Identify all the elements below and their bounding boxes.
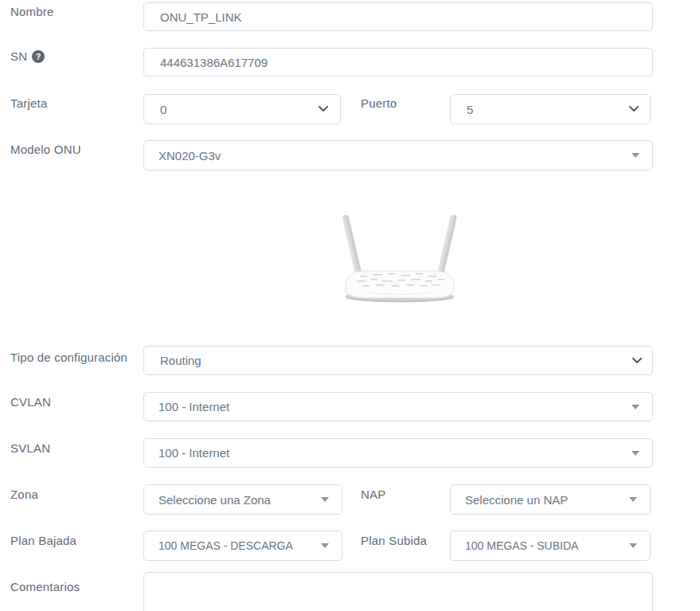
dropdown-arrow-icon: [632, 153, 639, 158]
dropdown-arrow-icon: [632, 405, 639, 409]
sn-input[interactable]: [143, 48, 653, 76]
zona-dropdown[interactable]: Seleccione una Zona: [143, 484, 342, 515]
nap-selected-value: Seleccione un NAP: [465, 493, 568, 507]
nombre-input[interactable]: [143, 2, 653, 31]
nombre-label: Nombre: [10, 5, 54, 18]
tipo-configuracion-select[interactable]: Routing: [143, 346, 653, 375]
plan-bajada-dropdown[interactable]: 100 MEGAS - DESCARGA: [143, 531, 342, 561]
puerto-select[interactable]: 5: [450, 94, 651, 124]
plan-subida-selected-value: 100 MEGAS - SUBIDA: [465, 539, 578, 552]
modelo-onu-selected-value: XN020-G3v: [158, 149, 221, 163]
dropdown-arrow-icon: [321, 497, 329, 502]
svlan-dropdown[interactable]: 100 - Internet: [143, 438, 653, 468]
cvlan-label: CVLAN: [10, 395, 51, 409]
tarjeta-label: Tarjeta: [10, 96, 47, 110]
comentarios-label: Comentarios: [10, 580, 80, 593]
plan-subida-label: Plan Subida: [361, 534, 427, 547]
dropdown-arrow-icon: [629, 543, 637, 548]
nap-dropdown[interactable]: Seleccione un NAP: [450, 484, 651, 515]
plan-subida-dropdown[interactable]: 100 MEGAS - SUBIDA: [450, 531, 651, 561]
plan-bajada-label: Plan Bajada: [10, 534, 76, 547]
question-circle-icon[interactable]: ?: [32, 50, 45, 63]
onu-configuration-form: Nombre SN ? Tarjeta 0 Puerto 5 Modelo ON…: [0, 0, 700, 611]
comentarios-textarea[interactable]: [143, 572, 653, 611]
tipo-configuracion-label: Tipo de configuración: [10, 351, 127, 364]
nap-label: NAP: [361, 488, 385, 501]
modelo-onu-label: Modelo ONU: [10, 143, 81, 156]
zona-label: Zona: [10, 488, 38, 501]
puerto-label: Puerto: [361, 96, 397, 110]
zona-selected-value: Seleccione una Zona: [158, 493, 271, 507]
onu-router-product-image: [336, 206, 463, 309]
svlan-selected-value: 100 - Internet: [158, 446, 229, 460]
svlan-label: SVLAN: [10, 441, 50, 455]
tarjeta-select[interactable]: 0: [143, 94, 341, 124]
dropdown-arrow-icon: [321, 543, 329, 548]
cvlan-selected-value: 100 - Internet: [158, 400, 229, 413]
sn-label: SN ?: [10, 49, 45, 63]
sn-label-text: SN: [10, 49, 27, 63]
dropdown-arrow-icon: [629, 497, 637, 502]
dropdown-arrow-icon: [632, 451, 639, 456]
cvlan-dropdown[interactable]: 100 - Internet: [143, 392, 653, 421]
modelo-onu-dropdown[interactable]: XN020-G3v: [143, 140, 653, 170]
plan-bajada-selected-value: 100 MEGAS - DESCARGA: [158, 539, 293, 552]
